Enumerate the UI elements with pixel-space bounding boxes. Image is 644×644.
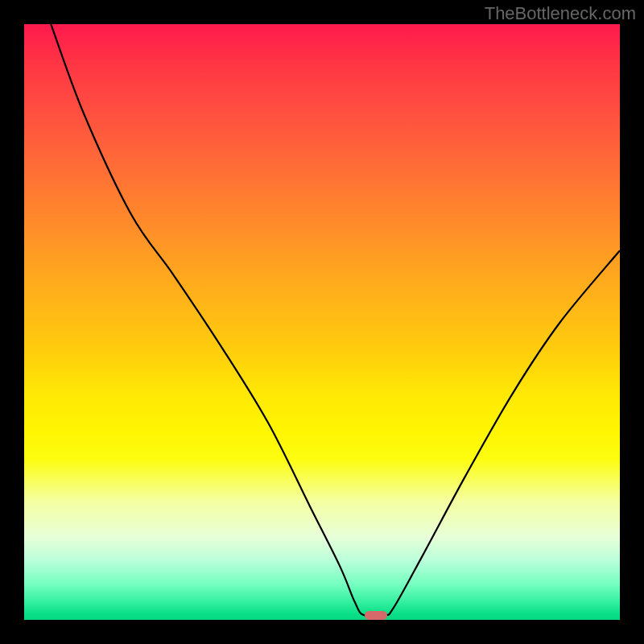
frame-border-left bbox=[0, 0, 24, 644]
frame-border-bottom bbox=[0, 620, 644, 644]
site-watermark: TheBottleneck.com bbox=[485, 3, 636, 24]
bottleneck-curve bbox=[24, 24, 620, 620]
optimal-point-marker bbox=[365, 611, 387, 620]
plot-area bbox=[24, 24, 620, 620]
frame-border-right bbox=[620, 0, 644, 644]
